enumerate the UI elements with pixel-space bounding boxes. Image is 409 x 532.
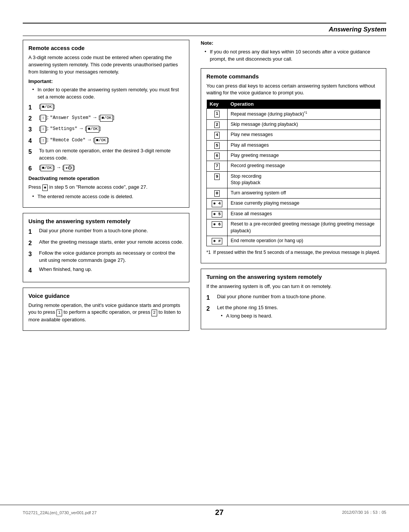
- note-label: Note:: [201, 40, 386, 47]
- op-9: Stop recordingStop playback: [228, 171, 381, 188]
- note-bullet-1: If you do not press any dial keys within…: [204, 49, 386, 63]
- key-star4: ✱ 4: [207, 199, 228, 209]
- page-number: 27: [215, 508, 223, 517]
- turning-on-steps: 1 Dial your phone number from a touch-to…: [206, 293, 381, 322]
- table-row: 5 Play all messages: [207, 140, 381, 150]
- op-7: Record greeting message: [228, 161, 381, 171]
- using-steps: 1 Dial your phone number from a touch-to…: [28, 227, 184, 275]
- using-step-2: 2 After the greeting message starts, ent…: [28, 239, 184, 247]
- using-answering-system-section: Using the answering system remotely 1 Di…: [23, 213, 189, 282]
- remote-access-code-intro: A 3-digit remote access code must be ent…: [28, 54, 184, 76]
- key-star5: ✱ 5: [207, 209, 228, 219]
- step-3: 3 [↕]: "Settings" → [■/OK]: [28, 125, 184, 134]
- commands-table: Key Operation 1 Repeat message (during p…: [206, 100, 381, 246]
- op-1: Repeat message (during playback)*1: [228, 109, 381, 120]
- table-row: ✱ 4 Erase currently playing message: [207, 199, 381, 209]
- voice-guidance-section: Voice guidance During remote operation, …: [23, 288, 189, 331]
- using-step-4: 4 When finished, hang up.: [28, 266, 184, 275]
- op-4: Play new messages: [228, 130, 381, 140]
- remote-access-code-heading: Remote access code: [28, 45, 184, 51]
- step-6: 6 [■/OK] → [★⏻]: [28, 164, 184, 173]
- op-star4: Erase currently playing message: [228, 199, 381, 209]
- remote-commands-section: Remote commands You can press dial keys …: [201, 68, 386, 263]
- op-6: Play greeting message: [228, 151, 381, 161]
- key-star6: ✱ 6: [207, 219, 228, 236]
- deactivating-bullet: The entered remote access code is delete…: [32, 193, 184, 200]
- op-star6: Reset to a pre-recorded greeting message…: [228, 219, 381, 236]
- using-step-3: 3 Follow the voice guidance prompts as n…: [28, 250, 184, 264]
- voice-guidance-heading: Voice guidance: [28, 293, 184, 299]
- table-row: ✱ 5 Erase all messages: [207, 209, 381, 219]
- footer-left-text: TG2721_22AL(en)_0730_ver001.pdf 27: [23, 510, 97, 515]
- remote-commands-intro: You can press dial keys to access certai…: [206, 83, 381, 97]
- turning-on-section: Turning on the answering system remotely…: [201, 269, 386, 329]
- turning-on-bullet: A long beep is heard.: [221, 313, 381, 320]
- table-header-row: Key Operation: [207, 100, 381, 109]
- header-title: Answering System: [329, 26, 386, 33]
- table-row: 2 Skip message (during playback): [207, 119, 381, 130]
- footnote: *1 If pressed within the first 5 seconds…: [206, 249, 381, 256]
- using-answering-system-heading: Using the answering system remotely: [28, 218, 184, 224]
- table-row: ✱ 6 Reset to a pre-recorded greeting mes…: [207, 219, 381, 236]
- deactivating-heading: Deactivating remote operation: [28, 175, 184, 182]
- step-1: 1 [■/OK]: [28, 103, 184, 112]
- op-star5: Erase all messages: [228, 209, 381, 219]
- key-4: 4: [207, 130, 228, 140]
- table-row: 6 Play greeting message: [207, 151, 381, 161]
- op-5: Play all messages: [228, 140, 381, 150]
- important-bullet-1: In order to operate the answering system…: [32, 86, 184, 101]
- page-header: Answering System: [23, 23, 386, 36]
- turning-on-intro: If the answering system is off, you can …: [206, 283, 381, 290]
- key-5: 5: [207, 140, 228, 150]
- voice-guidance-text: During remote operation, the unit's voic…: [28, 302, 184, 324]
- turning-on-step-2: 2 Let the phone ring 15 times. A long be…: [206, 304, 381, 322]
- turning-on-bullet-list: A long beep is heard.: [217, 313, 381, 320]
- left-column: Remote access code A 3-digit remote acce…: [23, 40, 189, 336]
- important-bullets: In order to operate the answering system…: [28, 86, 184, 101]
- key-0: 0: [207, 188, 228, 198]
- step-2: 2 [↕]: "Answer System" → [■/OK]: [28, 114, 184, 123]
- turning-on-heading: Turning on the answering system remotely: [206, 274, 381, 280]
- op-starhash: End remote operation (or hang up): [228, 236, 381, 246]
- key-menu: ■/OK: [41, 104, 53, 111]
- col-key: Key: [207, 100, 228, 109]
- deactivating-text: Press ✱ in step 5 on "Remote access code…: [28, 184, 184, 191]
- note-section: Note: If you do not press any dial keys …: [201, 40, 386, 63]
- page-footer: TG2721_22AL(en)_0730_ver001.pdf 27 27 20…: [0, 505, 409, 517]
- key-2: 2: [207, 119, 228, 130]
- note-bullets: If you do not press any dial keys within…: [201, 49, 386, 63]
- key-1: 1: [207, 109, 228, 120]
- key-7: 7: [207, 161, 228, 171]
- key-9: 9: [207, 171, 228, 188]
- remote-access-steps: 1 [■/OK] 2 [↕]: "Answer System" → [■/OK]…: [28, 103, 184, 173]
- table-row: ✱ # End remote operation (or hang up): [207, 236, 381, 246]
- table-row: 7 Record greeting message: [207, 161, 381, 171]
- content-area: Remote access code A 3-digit remote acce…: [23, 40, 386, 336]
- table-row: 9 Stop recordingStop playback: [207, 171, 381, 188]
- step-5: 5 To turn on remote operation, enter the…: [28, 147, 184, 162]
- remote-access-code-section: Remote access code A 3-digit remote acce…: [23, 40, 189, 208]
- remote-commands-heading: Remote commands: [206, 73, 381, 80]
- step-4: 4 [↕]: "Remote Code" → [■/OK]: [28, 136, 184, 145]
- key-6: 6: [207, 151, 228, 161]
- table-row: 0 Turn answering system off: [207, 188, 381, 198]
- col-operation: Operation: [228, 100, 381, 109]
- using-step-1: 1 Dial your phone number from a touch-to…: [28, 227, 184, 236]
- page-wrapper: Answering System Remote access code A 3-…: [0, 0, 409, 532]
- op-0: Turn answering system off: [228, 188, 381, 198]
- table-row: 1 Repeat message (during playback)*1: [207, 109, 381, 120]
- key-starhash: ✱ #: [207, 236, 228, 246]
- deactivating-bullets: The entered remote access code is delete…: [28, 193, 184, 200]
- table-row: 4 Play new messages: [207, 130, 381, 140]
- footer-right-text: 2012/07/30 16：53：05: [342, 510, 386, 515]
- important-label: Important:: [28, 78, 184, 85]
- turning-on-step-1: 1 Dial your phone number from a touch-to…: [206, 293, 381, 302]
- op-2: Skip message (during playback): [228, 119, 381, 130]
- right-column: Note: If you do not press any dial keys …: [201, 40, 386, 336]
